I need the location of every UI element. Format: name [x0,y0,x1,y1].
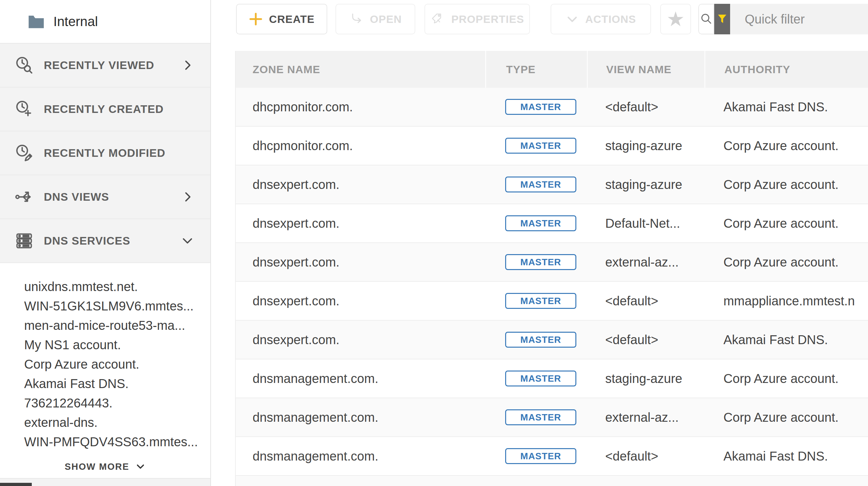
sidebar-item-label: RECENTLY CREATED [44,103,164,115]
master-badge: MASTER [505,138,576,153]
sidebar-menu: RECENTLY VIEWED RECENTLY CREATED RECENTL… [0,44,210,263]
column-header-view-name[interactable]: VIEW NAME [587,51,704,88]
authority-cell: Akamai Fast DNS. [704,100,868,114]
master-badge: MASTER [505,99,576,115]
type-cell: MASTER [485,448,587,464]
master-badge: MASTER [505,448,576,464]
authority-cell: Akamai Fast DNS. [704,333,868,347]
folder-icon [28,15,44,29]
create-label: CREATE [269,13,314,25]
zone-name-cell: dnsexpert.com. [236,216,485,231]
table-body: dhcpmonitor.com.MASTER<default>Akamai Fa… [236,88,868,476]
view-name-cell: staging-azure [587,371,704,386]
table-row[interactable]: dnsexpert.com.MASTER<default>Akamai Fast… [236,321,868,360]
create-button[interactable]: CREATE [236,4,327,34]
open-label: OPEN [370,13,402,25]
table-row[interactable]: dnsexpert.com.MASTER<default>mmappliance… [236,282,868,321]
open-arrow-icon [349,12,364,26]
sidebar-item-dns-views[interactable]: DNS VIEWS [0,175,210,219]
dns-zones-app: Internal RECENTLY VIEWED RECENTLY CREATE… [0,0,868,486]
table-row[interactable]: dnsexpert.com.MASTERDefault-Net...Corp A… [236,204,868,243]
clock-edit-icon [14,143,34,163]
view-name-cell: <default> [587,294,704,308]
table-row[interactable]: dhcpmonitor.com.MASTER<default>Akamai Fa… [236,88,868,126]
dns-service-item[interactable]: WIN-51GK1SLM9V6.mmtes... [0,296,210,316]
type-cell: MASTER [485,254,587,270]
master-badge: MASTER [505,371,576,387]
table-row[interactable]: dnsmanagement.com.MASTERexternal-az...Co… [236,398,868,437]
search-button[interactable] [698,4,714,34]
folder-breadcrumb[interactable]: Internal [0,0,210,44]
show-more-button[interactable]: SHOW MORE [0,457,210,476]
zone-name-cell: dnsmanagement.com. [236,371,485,386]
tag-icon [430,12,445,26]
master-badge: MASTER [505,409,576,425]
dns-service-item[interactable]: men-and-mice-route53-ma... [0,316,210,335]
properties-button[interactable]: PROPERTIES [425,4,530,34]
chevron-down-icon [135,461,146,472]
plus-icon [249,12,263,26]
dns-service-item[interactable]: WIN-PMFQDV4SS63.mmtes... [0,432,210,452]
authority-cell: mmappliance.mmtest.n [704,294,868,308]
zone-name-cell: dnsmanagement.com. [236,449,485,463]
actions-button[interactable]: ACTIONS [551,4,651,34]
sidebar-item-dns-services[interactable]: DNS SERVICES [0,219,210,263]
chevron-down-icon [181,234,194,247]
dns-service-item[interactable]: 736212264443. [0,394,210,413]
table-row[interactable]: dnsexpert.com.MASTERexternal-az...Corp A… [236,243,868,282]
authority-cell: Akamai Fast DNS. [704,449,868,463]
dns-service-item[interactable]: Akamai Fast DNS. [0,374,210,394]
table-row[interactable]: dnsexpert.com.MASTERstaging-azureCorp Az… [236,165,868,204]
sidebar-item-recently-modified[interactable]: RECENTLY MODIFIED [0,131,210,175]
view-name-cell: staging-azure [587,139,704,153]
view-name-cell: external-az... [587,410,704,425]
main-panel: CREATE OPEN PROPERTIES ACTIONS ★ [212,0,868,486]
column-header-type[interactable]: TYPE [485,51,587,88]
properties-label: PROPERTIES [451,13,524,25]
table-row[interactable]: dhcpmonitor.com.MASTERstaging-azureCorp … [236,126,868,165]
view-name-cell: external-az... [587,255,704,269]
type-cell: MASTER [485,293,587,309]
dns-service-item[interactable]: Corp Azure account. [0,355,210,374]
horizontal-scrollbar-thumb[interactable] [0,483,32,486]
dns-service-item[interactable]: unixdns.mmtest.net. [0,277,210,296]
table-row[interactable]: dnsmanagement.com.MASTER<default>Akamai … [236,437,868,476]
master-badge: MASTER [505,293,576,309]
sidebar-item-recently-viewed[interactable]: RECENTLY VIEWED [0,44,210,87]
zones-table: ZONE NAME TYPE VIEW NAME AUTHORITY dhcpm… [235,51,868,486]
chevron-down-icon [565,12,579,26]
type-cell: MASTER [485,371,587,387]
sidebar: Internal RECENTLY VIEWED RECENTLY CREATE… [0,0,211,486]
authority-cell: Corp Azure account. [704,177,868,192]
dns-service-item[interactable]: My NS1 account. [0,335,210,355]
master-badge: MASTER [505,332,576,348]
chevron-right-icon [181,191,194,203]
view-name-cell: Default-Net... [587,216,704,231]
view-name-cell: <default> [587,449,704,463]
sidebar-item-recently-created[interactable]: RECENTLY CREATED [0,87,210,131]
show-more-label: SHOW MORE [65,461,129,472]
authority-cell: Corp Azure account. [704,216,868,231]
column-header-authority[interactable]: AUTHORITY [704,51,868,88]
type-cell: MASTER [485,138,587,153]
quick-filter-input[interactable] [730,4,868,34]
type-cell: MASTER [485,176,587,193]
chevron-right-icon [181,59,194,72]
favorites-button[interactable]: ★ [660,4,691,34]
authority-cell: Corp Azure account. [704,139,868,153]
authority-cell: Corp Azure account. [704,410,868,425]
table-row[interactable]: dnsmanagement.com.MASTERstaging-azureCor… [236,360,868,398]
open-button[interactable]: OPEN [336,4,415,34]
funnel-icon [714,11,730,27]
table-header: ZONE NAME TYPE VIEW NAME AUTHORITY [236,51,868,88]
authority-cell: Corp Azure account. [704,371,868,386]
dns-service-item[interactable]: external-dns. [0,413,210,432]
zone-name-cell: dnsexpert.com. [236,333,485,347]
type-cell: MASTER [485,215,587,231]
view-name-cell: staging-azure [587,177,704,192]
sidebar-item-label: RECENTLY MODIFIED [44,147,165,159]
filter-button[interactable] [714,4,730,34]
zone-name-cell: dnsexpert.com. [236,255,485,269]
column-header-zone-name[interactable]: ZONE NAME [236,51,485,88]
actions-label: ACTIONS [585,13,636,25]
